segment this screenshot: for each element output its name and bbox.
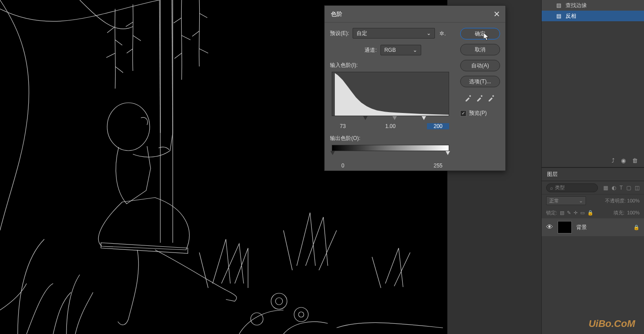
lock-label: 锁定:: [546, 210, 557, 216]
history-item-label: 查找边缘: [566, 2, 587, 9]
lock-position-icon[interactable]: ✛: [574, 210, 578, 216]
camera-icon[interactable]: ◉: [621, 157, 626, 164]
svg-point-4: [299, 312, 304, 317]
dialog-title: 色阶: [331, 10, 342, 18]
filter-adjust-icon[interactable]: ◐: [612, 185, 616, 191]
histogram[interactable]: [332, 72, 449, 116]
cursor-icon: [484, 33, 490, 42]
ok-button[interactable]: 确定: [460, 28, 500, 39]
gamma-slider[interactable]: [392, 116, 397, 120]
filter-icon: ▤: [555, 2, 562, 9]
layer-name[interactable]: 背景: [576, 224, 629, 231]
black-point-slider[interactable]: [363, 116, 368, 120]
channel-value: RGB: [384, 47, 396, 53]
lock-pixels-icon[interactable]: ▧: [560, 210, 564, 216]
history-item-label: 反相: [566, 12, 576, 20]
input-levels-label: 输入色阶(I):: [330, 62, 456, 69]
history-item-find-edges[interactable]: ▤ 查找边缘: [542, 0, 644, 11]
layer-filter-label: 类型: [555, 184, 565, 191]
layers-tab[interactable]: 图层: [542, 168, 644, 181]
opacity-value[interactable]: 100%: [627, 198, 640, 203]
lock-artboard-icon[interactable]: ▭: [580, 210, 585, 216]
output-white-slider[interactable]: [446, 151, 450, 155]
close-icon[interactable]: ✕: [492, 10, 501, 19]
search-icon: ⌕: [550, 185, 553, 190]
blend-mode-value: 正常: [549, 198, 559, 204]
output-levels-label: 输出色阶(O):: [330, 135, 456, 142]
trash-icon[interactable]: 🗑: [632, 157, 638, 164]
lock-icon[interactable]: 🔒: [633, 225, 640, 230]
channel-select[interactable]: RGB ⌄: [380, 45, 421, 55]
opacity-label: 不透明度:: [605, 198, 626, 203]
chevron-down-icon: ⌄: [413, 47, 417, 53]
eyedropper-white-icon[interactable]: [488, 93, 496, 101]
svg-point-0: [107, 103, 150, 151]
output-slider-track[interactable]: [332, 151, 449, 156]
levels-dialog: 色阶 ✕ 预设(E): 自定 ⌄ ✲. 通道: RGB ⌄ 输入色阶(I):: [324, 5, 506, 171]
input-black-field[interactable]: [332, 123, 354, 129]
history-panel-footer: ⤴ ◉ 🗑: [542, 154, 644, 167]
auto-button[interactable]: 自动(A): [460, 60, 500, 71]
filter-icon: ▤: [555, 12, 562, 19]
blend-mode-select[interactable]: 正常 ⌄: [546, 196, 586, 205]
svg-point-1: [271, 293, 287, 309]
fill-value[interactable]: 100%: [627, 210, 640, 215]
history-item-invert[interactable]: ▤ 反相: [542, 11, 644, 21]
white-point-slider[interactable]: [422, 116, 426, 120]
new-snapshot-icon[interactable]: ⤴: [612, 157, 615, 164]
preview-checkbox[interactable]: ✓: [460, 110, 466, 117]
layer-filter-select[interactable]: ⌕ 类型: [546, 183, 598, 192]
input-slider-track[interactable]: [332, 116, 449, 121]
channel-label: 通道:: [365, 47, 376, 54]
chevron-down-icon: ⌄: [427, 30, 431, 36]
layers-panel: 图层 ⌕ 类型 ▦ ◐ T ▢ ◫ 正常 ⌄ 不透明度: 100%: [542, 168, 644, 236]
eyedropper-black-icon[interactable]: [465, 93, 473, 101]
input-white-field[interactable]: [427, 123, 449, 129]
output-white-field[interactable]: [427, 163, 449, 169]
preview-label: 预览(P): [469, 109, 487, 117]
preset-label: 预设(E):: [330, 30, 349, 37]
lock-all-icon[interactable]: 🔒: [587, 210, 594, 216]
history-panel: ▤ 查找边缘 ▤ 反相 ⤴ ◉ 🗑: [542, 0, 644, 168]
output-black-slider[interactable]: [330, 151, 335, 155]
preset-value: 自定: [357, 30, 367, 37]
visibility-icon[interactable]: 👁: [546, 223, 553, 231]
filter-pixel-icon[interactable]: ▦: [603, 185, 608, 191]
lock-brush-icon[interactable]: ✎: [567, 210, 571, 216]
layer-item-background[interactable]: 👁 背景 🔒: [542, 218, 644, 236]
svg-point-2: [275, 298, 283, 305]
dialog-titlebar[interactable]: 色阶 ✕: [325, 6, 505, 23]
layer-thumbnail[interactable]: [558, 221, 572, 233]
input-gamma-field[interactable]: [380, 123, 402, 129]
svg-point-3: [294, 307, 308, 322]
filter-shape-icon[interactable]: ▢: [626, 185, 631, 191]
output-black-field[interactable]: [332, 163, 354, 169]
fill-label: 填充:: [613, 210, 625, 216]
output-gradient[interactable]: [332, 145, 449, 151]
chevron-down-icon: ⌄: [579, 198, 583, 204]
filter-smart-icon[interactable]: ◫: [635, 185, 640, 191]
watermark: UiBo.CoM: [589, 318, 635, 330]
eyedropper-gray-icon[interactable]: [476, 93, 484, 101]
preset-select[interactable]: 自定 ⌄: [353, 28, 435, 39]
gear-icon[interactable]: ✲.: [438, 29, 446, 37]
right-panels: ▤ 查找边缘 ▤ 反相 ⤴ ◉ 🗑 图层 ⌕ 类型 ▦ ◐ T ▢ ◫: [541, 0, 644, 334]
filter-type-icon[interactable]: T: [620, 185, 623, 191]
options-button[interactable]: 选项(T)...: [460, 76, 500, 87]
cancel-button[interactable]: 取消: [460, 44, 500, 55]
